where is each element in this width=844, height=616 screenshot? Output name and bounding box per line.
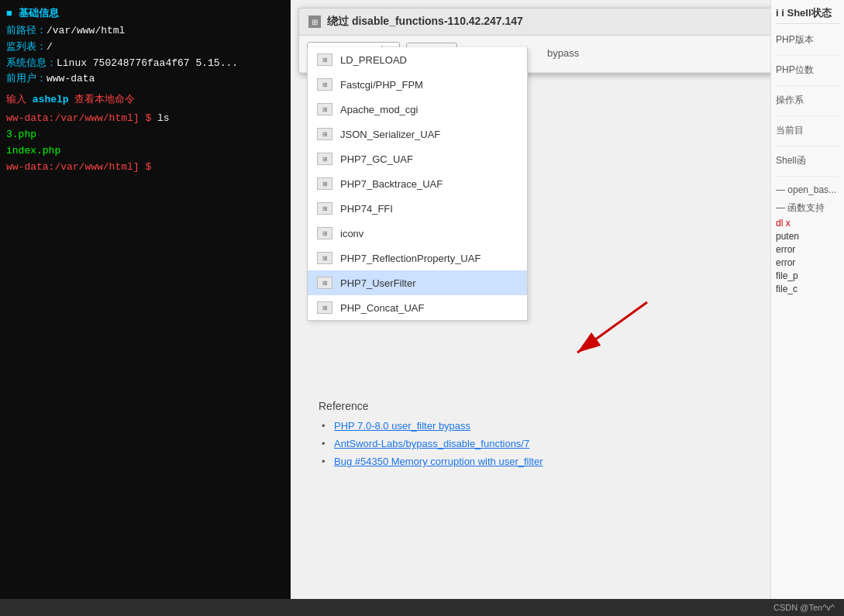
dialog: ⊞ 绕过 disable_functions-110.42.247.147 ⊕ … (298, 8, 825, 74)
item-icon-php7uf: ⊞ (317, 277, 332, 289)
php-arch-label: PHP位数 (776, 64, 839, 77)
reference-item-1: PHP 7.0-8.0 user_filter bypass (319, 420, 807, 432)
prompt1: ww-data:/var/www/html] $ (6, 112, 157, 124)
dropdown-item-fastcgi[interactable]: ⊞ Fastcgi/PHP_FPM (308, 72, 527, 97)
footer-bar: CSDN @Ten^v^ (0, 599, 844, 616)
sys-label: 系统信息： (6, 57, 57, 69)
php-version-row: PHP版本 (776, 33, 839, 56)
terminal-header: ■ 基础信息 (6, 6, 284, 20)
dropdown-item-phpconcat[interactable]: ⊞ PHP_Concat_UAF (308, 295, 527, 320)
reference-link-3[interactable]: Bug #54350 Memory corruption with user_f… (334, 456, 543, 467)
dropdown-item-ld-preload[interactable]: ⊞ LD_PRELOAD (308, 47, 527, 72)
reference-item-3: Bug #54350 Memory corruption with user_f… (319, 456, 807, 467)
terminal-output1: 3.php (6, 127, 284, 143)
dropdown-item-php7rp[interactable]: ⊞ PHP7_ReflectionProperty_UAF (308, 246, 527, 270)
item-icon-php7gc: ⊞ (317, 153, 332, 165)
terminal-panel: ■ 基础信息 前路径：/var/www/html 监列表：/ 系统信息：Linu… (0, 0, 291, 616)
terminal-path: 前路径：/var/www/html (6, 23, 284, 40)
item-icon-ld-preload: ⊞ (317, 53, 332, 66)
dialog-titlebar: ⊞ 绕过 disable_functions-110.42.247.147 (299, 9, 825, 36)
os-label: 操作系 (776, 94, 839, 107)
item-icon-iconv: ⊞ (317, 227, 332, 239)
reference-link-2[interactable]: AntSword-Labs/bypass_disable_functions/7 (334, 438, 529, 449)
item-label-apache: Apache_mod_cgi (340, 104, 418, 115)
list-value: / (47, 41, 53, 53)
current-dir-label: 当前目 (776, 124, 839, 137)
reference-item-2: AntSword-Labs/bypass_disable_functions/7 (319, 438, 807, 449)
reference-title: Reference (319, 400, 807, 412)
svg-line-1 (577, 302, 647, 353)
dropdown-item-php7gc[interactable]: ⊞ PHP7_GC_UAF (308, 146, 527, 171)
dialog-title: 绕过 disable_functions-110.42.247.147 (327, 15, 523, 29)
right-info-panel: i i Shell状态 PHP版本 PHP位数 操作系 当前目 Shell函 —… (770, 0, 844, 616)
dropdown-item-php7bt[interactable]: ⊞ PHP7_Backtrace_UAF (308, 171, 527, 196)
item-icon-php7bt: ⊞ (317, 177, 332, 190)
item-icon-json: ⊞ (317, 128, 332, 140)
main-area: ⊞ 绕过 disable_functions-110.42.247.147 ⊕ … (291, 0, 844, 616)
item-icon-apache: ⊞ (317, 103, 332, 115)
item-label-phpconcat: PHP_Concat_UAF (340, 302, 424, 314)
user-label: 前用户： (6, 73, 47, 84)
path-value: /var/www/html (47, 25, 125, 36)
file1-func-item: file_p (776, 270, 839, 281)
sys-value: Linux 750248776faa4f67 5.15... (57, 57, 238, 69)
list-label: 监列表： (6, 41, 47, 53)
putenv-func-item: puten (776, 231, 839, 242)
item-label-iconv: iconv (340, 228, 363, 239)
dl-func-item: dl x (776, 218, 839, 229)
terminal-sysinfo: 系统信息：Linux 750248776faa4f67 5.15... (6, 56, 284, 72)
shell-funcs-label: Shell函 (776, 154, 839, 167)
terminal-list: 监列表：/ (6, 40, 284, 56)
terminal-output2: index.php (6, 143, 284, 160)
file2-func-item: file_c (776, 284, 839, 294)
dropdown-item-json[interactable]: ⊞ JSON_Serializer_UAF (308, 122, 527, 146)
footer-text: CSDN @Ten^v^ (773, 603, 835, 612)
item-label-php74ffi: PHP74_FFI (340, 203, 393, 215)
terminal-prompt2: ww-data:/var/www/html] $ (6, 160, 284, 176)
bypass-label: bypass (547, 47, 579, 59)
user-value: www-data (47, 73, 95, 84)
terminal-cmd1: ww-data:/var/www/html] $ ls (6, 111, 284, 127)
os-row: 操作系 (776, 94, 839, 116)
dialog-icon: ⊞ (308, 15, 321, 28)
item-icon-php7rp: ⊞ (317, 252, 332, 264)
error2-func-item: error (776, 257, 839, 268)
reference-section: Reference PHP 7.0-8.0 user_filter bypass… (307, 392, 818, 481)
item-icon-phpconcat: ⊞ (317, 301, 332, 314)
dropdown-menu: ⊞ LD_PRELOAD ⊞ Fastcgi/PHP_FPM ⊞ Apache_… (307, 47, 528, 321)
shell-status-header: i i Shell状态 (776, 6, 839, 24)
path-label: 前路径： (6, 25, 47, 36)
dropdown-item-php7uf[interactable]: ⊞ PHP7_UserFilter (308, 270, 527, 295)
php-arch-row: PHP位数 (776, 64, 839, 86)
item-label-json: JSON_Serializer_UAF (340, 129, 440, 140)
dropdown-item-apache[interactable]: ⊞ Apache_mod_cgi (308, 97, 527, 122)
current-dir-row: 当前目 (776, 124, 839, 146)
terminal-warning: 输入 ashelp 查看本地命令 (6, 92, 284, 106)
reference-list: PHP 7.0-8.0 user_filter bypass AntSword-… (319, 420, 807, 467)
shell-funcs-row: Shell函 (776, 154, 839, 177)
item-label-php7gc: PHP7_GC_UAF (340, 153, 413, 165)
item-label-fastcgi: Fastcgi/PHP_FPM (340, 79, 423, 91)
php-version-label: PHP版本 (776, 33, 839, 46)
open-basedir-label: — open_bas... (776, 184, 839, 195)
func-support-label: — 函数支持 (776, 201, 839, 215)
reference-link-1[interactable]: PHP 7.0-8.0 user_filter bypass (334, 420, 470, 432)
item-label-php7bt: PHP7_Backtrace_UAF (340, 178, 443, 190)
item-label-php7uf: PHP7_UserFilter (340, 277, 416, 289)
item-icon-php74ffi: ⊞ (317, 202, 332, 215)
terminal-user: 前用户：www-data (6, 71, 284, 88)
item-label-php7rp: PHP7_ReflectionProperty_UAF (340, 253, 481, 264)
item-label-ld-preload: LD_PRELOAD (340, 54, 407, 66)
item-icon-fastcgi: ⊞ (317, 78, 332, 91)
error1-func-item: error (776, 244, 839, 255)
dropdown-item-php74ffi[interactable]: ⊞ PHP74_FFI (308, 196, 527, 221)
dropdown-item-iconv[interactable]: ⊞ iconv (308, 221, 527, 246)
